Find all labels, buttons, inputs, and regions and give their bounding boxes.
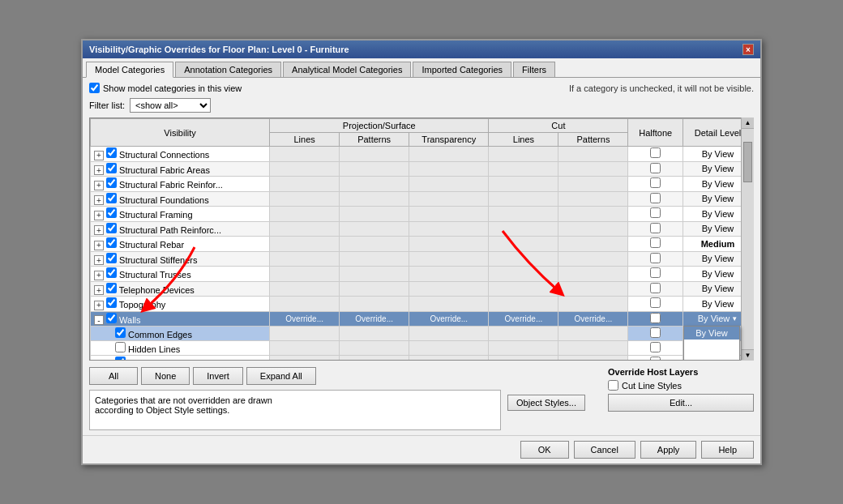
filter-select[interactable]: <show all>	[130, 98, 211, 113]
expand-button[interactable]: +	[94, 241, 104, 250]
halftone-checkbox[interactable]	[650, 177, 661, 188]
row-checkbox[interactable]	[106, 177, 117, 188]
table-row[interactable]: + Telephone DevicesBy View	[91, 281, 753, 297]
halftone-checkbox[interactable]	[650, 147, 661, 158]
row-checkbox[interactable]	[115, 342, 126, 352]
row-checkbox[interactable]	[106, 253, 117, 263]
cut-line-styles-checkbox[interactable]	[608, 380, 618, 391]
table-row[interactable]: + Structural TrussesBy View	[91, 267, 753, 282]
table-row[interactable]: + Structural RebarMedium	[91, 237, 753, 252]
halftone-checkbox[interactable]	[650, 342, 661, 352]
cut-patterns-cell[interactable]: Override...	[558, 311, 628, 327]
halftone-cell[interactable]	[628, 251, 683, 267]
row-checkbox[interactable]	[115, 357, 126, 361]
scroll-up-arrow[interactable]: ▲	[742, 117, 754, 129]
expand-button[interactable]: +	[94, 151, 104, 160]
halftone-cell[interactable]	[628, 237, 683, 252]
halftone-cell[interactable]	[628, 221, 683, 237]
halftone-cell[interactable]	[628, 177, 683, 192]
transparency-cell[interactable]: Override...	[409, 311, 489, 327]
table-row[interactable]: + TopographyBy View	[91, 297, 753, 312]
halftone-cell[interactable]	[628, 341, 683, 356]
expand-button[interactable]: +	[94, 225, 104, 235]
halftone-checkbox[interactable]	[650, 313, 661, 323]
patterns-cell[interactable]: Override...	[340, 311, 409, 327]
halftone-checkbox[interactable]	[650, 163, 661, 173]
halftone-checkbox[interactable]	[650, 267, 661, 278]
row-checkbox[interactable]	[106, 297, 117, 308]
halftone-cell[interactable]	[628, 191, 683, 207]
expand-button[interactable]: +	[94, 181, 104, 190]
halftone-cell[interactable]	[628, 207, 683, 222]
expand-button[interactable]: +	[94, 195, 104, 205]
halftone-checkbox[interactable]	[650, 193, 661, 203]
ok-button[interactable]: OK	[520, 441, 569, 459]
dropdown-option[interactable]: Coarse	[684, 340, 739, 352]
table-row[interactable]: + Structural ConnectionsBy View	[91, 147, 753, 162]
tab-annotation-categories[interactable]: Annotation Categories	[175, 62, 281, 77]
halftone-cell[interactable]	[628, 161, 683, 177]
cut-lines-cell[interactable]: Override...	[489, 311, 558, 327]
halftone-cell[interactable]	[628, 297, 683, 312]
expand-button[interactable]: +	[94, 285, 104, 295]
row-checkbox[interactable]	[106, 207, 117, 218]
table-row[interactable]: + Structural StiffenersBy View	[91, 251, 753, 267]
expand-button[interactable]: +	[94, 211, 104, 220]
row-checkbox[interactable]	[115, 327, 126, 338]
row-checkbox[interactable]	[106, 267, 117, 278]
all-button[interactable]: All	[89, 367, 138, 385]
row-checkbox[interactable]	[106, 163, 117, 173]
expand-button[interactable]: +	[94, 165, 104, 175]
row-checkbox[interactable]	[106, 237, 117, 248]
tab-analytical-model[interactable]: Analytical Model Categories	[283, 62, 411, 77]
table-row[interactable]: + Structural Path Reinforc...By View	[91, 221, 753, 237]
object-styles-button[interactable]: Object Styles...	[507, 395, 585, 411]
scrollbar[interactable]: ▲ ▼	[741, 117, 754, 361]
table-row[interactable]: - WallsOverride...Override...Override...…	[91, 311, 753, 327]
tab-imported-categories[interactable]: Imported Categories	[413, 62, 511, 77]
table-row[interactable]: Wall Sweep - Cornice	[91, 356, 753, 361]
table-row[interactable]: Hidden Lines	[91, 341, 753, 356]
halftone-cell[interactable]	[628, 356, 683, 361]
none-button[interactable]: None	[141, 367, 190, 385]
cancel-button[interactable]: Cancel	[574, 441, 635, 459]
expand-all-button[interactable]: Expand All	[246, 367, 316, 385]
invert-button[interactable]: Invert	[193, 367, 243, 385]
halftone-checkbox[interactable]	[650, 283, 661, 293]
dropdown-option[interactable]: By View	[684, 327, 739, 340]
tab-model-categories[interactable]: Model Categories	[86, 62, 173, 78]
halftone-checkbox[interactable]	[650, 327, 661, 338]
scroll-down-arrow[interactable]: ▼	[742, 349, 754, 361]
halftone-checkbox[interactable]	[650, 207, 661, 218]
expand-button[interactable]: +	[94, 255, 104, 265]
show-model-checkbox[interactable]	[89, 83, 100, 93]
expand-button[interactable]: +	[94, 301, 104, 310]
row-checkbox[interactable]	[106, 147, 117, 158]
table-row[interactable]: + Structural Fabric AreasBy View	[91, 161, 753, 177]
halftone-cell[interactable]	[628, 311, 683, 327]
halftone-checkbox[interactable]	[650, 253, 661, 263]
table-row[interactable]: + Structural FoundationsBy View	[91, 191, 753, 207]
lines-cell[interactable]: Override...	[270, 311, 340, 327]
expand-button[interactable]: +	[94, 271, 104, 280]
close-button[interactable]: ×	[742, 44, 754, 55]
halftone-checkbox[interactable]	[650, 237, 661, 248]
tab-filters[interactable]: Filters	[513, 62, 555, 77]
row-checkbox[interactable]	[106, 313, 117, 323]
scroll-thumb[interactable]	[743, 142, 752, 182]
halftone-checkbox[interactable]	[650, 297, 661, 308]
row-checkbox[interactable]	[106, 193, 117, 203]
table-row[interactable]: + Structural FramingBy View	[91, 207, 753, 222]
halftone-cell[interactable]	[628, 267, 683, 282]
table-row[interactable]: + Structural Fabric Reinfor...By View	[91, 177, 753, 192]
edit-button[interactable]: Edit...	[608, 394, 754, 412]
halftone-cell[interactable]	[628, 281, 683, 297]
dropdown-option[interactable]: Medium	[684, 352, 739, 361]
halftone-checkbox[interactable]	[650, 223, 661, 233]
halftone-checkbox[interactable]	[650, 357, 661, 361]
row-checkbox[interactable]	[106, 223, 117, 233]
apply-button[interactable]: Apply	[640, 441, 697, 459]
expand-button[interactable]: -	[94, 315, 104, 325]
row-checkbox[interactable]	[106, 283, 117, 293]
halftone-cell[interactable]	[628, 147, 683, 162]
